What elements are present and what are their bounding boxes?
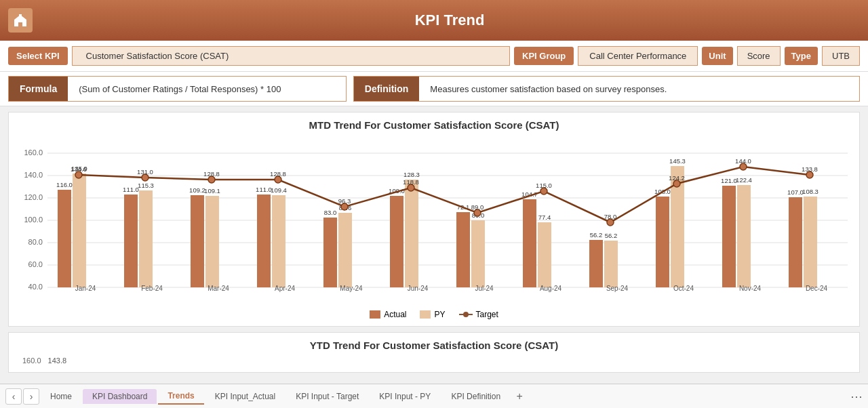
bar-py-dec [804, 197, 817, 287]
kpi-row: Select KPI Customer Satisfaction Score (… [0, 41, 868, 72]
bar-actual-oct [656, 197, 669, 287]
more-options-button[interactable]: ⋯ [850, 389, 863, 404]
mtd-chart-svg: 160.0 140.0 120.0 100.0 80.0 60.0 40.0 1… [16, 135, 852, 304]
svg-text:128.8: 128.8 [203, 170, 220, 178]
legend-py-box [420, 310, 431, 319]
definition-section: Definition Measures customer satisfactio… [353, 76, 860, 102]
legend-actual-label: Actual [384, 310, 406, 319]
target-line [79, 167, 810, 222]
svg-text:160.0: 160.0 [24, 148, 43, 157]
bar-py-may [338, 213, 352, 287]
svg-text:100.0: 100.0 [24, 216, 43, 224]
svg-text:115.3: 115.3 [138, 182, 154, 189]
legend-actual: Actual [370, 310, 406, 319]
svg-text:111.0: 111.0 [123, 186, 139, 193]
tab-kpi-input-target[interactable]: KPI Input - Target [286, 389, 368, 404]
svg-text:78.0: 78.0 [604, 213, 617, 220]
unit-label: Unit [702, 47, 732, 65]
tab-home[interactable]: Home [41, 389, 81, 404]
bar-actual-feb [124, 195, 138, 287]
svg-text:115.0: 115.0 [536, 182, 552, 189]
bar-py-sep [604, 241, 618, 287]
bar-py-nov [737, 185, 751, 287]
svg-text:122.4: 122.4 [736, 176, 752, 184]
bar-py-aug [538, 222, 551, 287]
bar-py-mar [205, 196, 219, 287]
legend-target-line [459, 314, 473, 315]
formula-value: (Sum of Customer Ratings / Total Respons… [68, 77, 292, 101]
tab-kpi-input-py[interactable]: KPI Input - PY [370, 389, 440, 404]
bar-py-apr [272, 195, 285, 287]
svg-text:Dec-24: Dec-24 [806, 285, 828, 292]
svg-text:Oct-24: Oct-24 [673, 285, 694, 292]
svg-text:108.3: 108.3 [802, 188, 818, 195]
svg-text:40.0: 40.0 [28, 283, 43, 291]
bar-actual-jun [390, 196, 403, 287]
svg-text:120.0: 120.0 [24, 193, 43, 201]
ytd-chart-container: YTD Trend For Customer Satisfaction Scor… [8, 332, 860, 373]
bar-actual-dec [789, 197, 802, 287]
ytd-first-value: 143.8 [48, 356, 67, 365]
svg-text:131.0: 131.0 [137, 168, 153, 176]
type-label: Type [785, 47, 818, 65]
nav-next-arrow[interactable]: › [23, 388, 39, 405]
svg-text:107.0: 107.0 [787, 188, 804, 196]
svg-text:121.0: 121.0 [721, 177, 737, 184]
svg-text:60.0: 60.0 [28, 260, 43, 268]
bar-py-jun [405, 180, 418, 287]
select-kpi-label: Select KPI [8, 47, 68, 65]
bar-actual-aug [523, 199, 536, 287]
bar-py-feb [139, 190, 153, 287]
svg-text:Nov-24: Nov-24 [739, 285, 762, 292]
nav-prev-arrow[interactable]: ‹ [5, 388, 22, 405]
svg-text:111.0: 111.0 [256, 186, 272, 193]
mtd-chart-container: MTD Trend For Customer Satisfaction Scor… [8, 112, 860, 327]
kpi-group-value: Call Center Performance [578, 46, 698, 66]
svg-text:116.0: 116.0 [56, 181, 73, 188]
svg-text:Apr-24: Apr-24 [275, 285, 295, 292]
tab-kpi-dashboard[interactable]: KPI Dashboard [83, 389, 157, 404]
tab-kpi-input-actual[interactable]: KPI Input_Actual [205, 389, 285, 404]
bar-actual-nov [722, 186, 736, 287]
svg-text:96.3: 96.3 [338, 197, 351, 205]
bar-actual-jan [58, 190, 71, 287]
formula-definition-row: Formula (Sum of Customer Ratings / Total… [0, 72, 868, 106]
svg-text:Jun-24: Jun-24 [408, 285, 429, 292]
svg-text:134.6: 134.6 [71, 165, 87, 173]
formula-section: Formula (Sum of Customer Ratings / Total… [8, 76, 347, 102]
mtd-chart-title: MTD Trend For Customer Satisfaction Scor… [16, 119, 852, 131]
header: KPI Trend [0, 0, 868, 41]
svg-text:80.0: 80.0 [28, 238, 43, 246]
tab-trends[interactable]: Trends [158, 388, 203, 405]
svg-text:56.2: 56.2 [605, 232, 618, 239]
select-kpi-value[interactable]: Customer Satisfaction Score (CSAT) [72, 46, 510, 66]
bar-actual-mar [191, 195, 204, 287]
legend-actual-box [370, 310, 380, 319]
kpi-group-label: KPI Group [514, 47, 574, 65]
svg-text:118.8: 118.8 [403, 178, 419, 186]
svg-text:56.2: 56.2 [590, 231, 603, 239]
formula-label: Formula [9, 77, 68, 101]
unit-value: Score [737, 46, 781, 66]
home-icon[interactable] [8, 8, 33, 33]
svg-text:140.0: 140.0 [24, 171, 43, 179]
svg-text:77.4: 77.4 [538, 213, 551, 221]
tab-kpi-definition[interactable]: KPI Definition [441, 389, 510, 404]
svg-text:145.3: 145.3 [669, 157, 686, 165]
ytd-chart-title: YTD Trend For Customer Satisfaction Scor… [16, 340, 852, 351]
svg-text:128.3: 128.3 [403, 171, 420, 178]
bar-actual-may [323, 218, 337, 287]
svg-text:May-24: May-24 [340, 285, 363, 292]
svg-text:Sep-24: Sep-24 [606, 285, 629, 292]
svg-text:89.0: 89.0 [471, 203, 484, 211]
add-tab-button[interactable]: + [511, 388, 528, 405]
svg-text:Jan-24: Jan-24 [75, 285, 96, 292]
svg-text:128.8: 128.8 [270, 170, 286, 178]
bar-py-jul [471, 220, 485, 287]
svg-text:133.8: 133.8 [802, 165, 818, 173]
bar-py-jan [73, 174, 86, 287]
svg-text:83.0: 83.0 [324, 209, 337, 216]
svg-text:109.4: 109.4 [271, 186, 287, 194]
svg-text:124.2: 124.2 [669, 174, 685, 182]
legend-py-label: PY [434, 310, 445, 319]
